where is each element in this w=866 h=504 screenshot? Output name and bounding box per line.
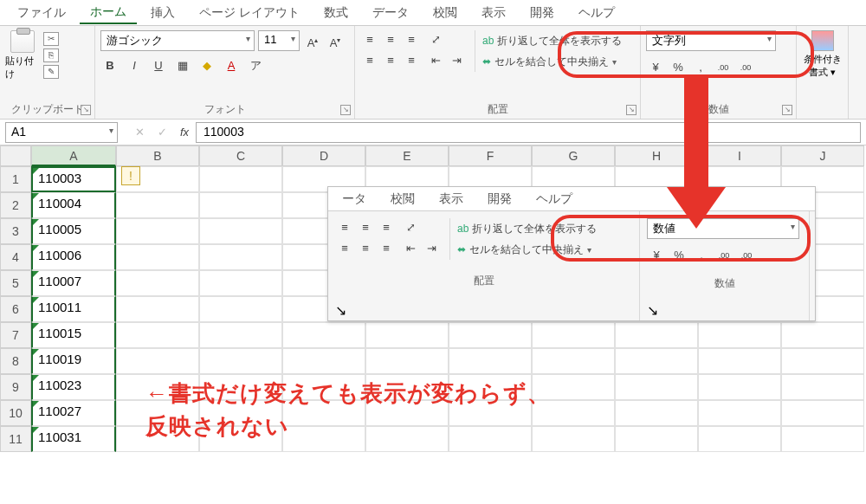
overlay-align-bottom[interactable]: ≡ [377,218,396,237]
cell-A6[interactable]: 110011 [31,296,116,322]
overlay-align-dialog[interactable]: ↘ [335,302,632,319]
tab-formulas[interactable]: 数式 [313,3,359,23]
overlay-inc-indent[interactable]: ⇥ [422,239,441,258]
overlay-number-dialog[interactable]: ↘ [647,302,802,319]
col-header-F[interactable]: F [449,145,532,166]
cell-A2[interactable]: 110004 [31,192,116,218]
cell-J9[interactable] [781,374,864,400]
cell-C1[interactable] [199,166,282,192]
border-button[interactable]: ▦ [173,56,192,75]
cell-B8[interactable] [116,348,199,374]
grow-font-button[interactable]: A▴ [303,31,322,50]
overlay-comma[interactable]: , [692,246,711,265]
col-header-C[interactable]: C [199,145,282,166]
percent-button[interactable]: % [669,58,688,77]
name-box[interactable]: A1 [5,122,118,143]
row-header-4[interactable]: 4 [0,244,31,270]
error-indicator-icon[interactable]: ! [121,166,140,185]
align-left-button[interactable]: ≡ [360,51,379,70]
row-header-3[interactable]: 3 [0,218,31,244]
cond-format-button[interactable]: 条件付き 書式 ▾ [804,53,842,79]
cell-H8[interactable] [615,348,698,374]
cell-H7[interactable] [615,322,698,348]
col-header-D[interactable]: D [282,145,365,166]
cell-A4[interactable]: 110006 [31,244,116,270]
cell-D7[interactable] [282,322,365,348]
cell-C6[interactable] [199,296,282,322]
overlay-inc-dec[interactable]: .00 [714,246,734,265]
enter-edit-button[interactable]: ✓ [151,126,173,139]
cell-A8[interactable]: 110019 [31,348,116,374]
cell-H10[interactable] [615,400,698,426]
cell-B3[interactable] [116,218,199,244]
align-bottom-button[interactable]: ≡ [402,30,421,49]
increase-decimal-button[interactable]: .00 [714,58,733,77]
align-top-button[interactable]: ≡ [360,30,379,49]
row-header-5[interactable]: 5 [0,270,31,296]
insert-function-button[interactable]: fx [173,126,196,139]
cell-I11[interactable] [698,426,781,452]
cell-A11[interactable]: 110031 [31,426,116,452]
overlay-tab-help[interactable]: ヘルプ [526,190,583,209]
font-name-select[interactable]: 游ゴシック [100,30,255,51]
overlay-merge-button[interactable]: ⬌ セルを結合して中央揃え ▾ [457,239,597,260]
tab-pagelayout[interactable]: ページ レイアウト [189,3,310,23]
tab-developer[interactable]: 開発 [520,3,565,23]
cell-C7[interactable] [199,322,282,348]
cell-I7[interactable] [698,322,781,348]
col-header-E[interactable]: E [365,145,449,166]
row-header-11[interactable]: 11 [0,426,31,452]
overlay-align-center[interactable]: ≡ [356,239,375,258]
font-size-select[interactable]: 11 [258,30,300,51]
font-color-button[interactable]: A [222,56,241,75]
row-header-8[interactable]: 8 [0,348,31,374]
decrease-decimal-button[interactable]: .00 [736,58,755,77]
overlay-wrap-button[interactable]: ab 折り返して全体を表示する [457,218,597,239]
overlay-align-right[interactable]: ≡ [377,239,396,258]
row-header-10[interactable]: 10 [0,400,31,426]
cell-H9[interactable] [615,374,698,400]
cell-I10[interactable] [698,400,781,426]
increase-indent-button[interactable]: ⇥ [447,51,466,70]
row-header-2[interactable]: 2 [0,192,31,218]
select-all-corner[interactable] [0,145,31,166]
overlay-orientation[interactable]: ⤢ [401,218,420,237]
copy-button[interactable]: ⎘ [43,48,59,62]
format-painter-button[interactable]: ✎ [43,65,59,79]
cell-J11[interactable] [781,426,864,452]
fill-color-button[interactable]: ◆ [197,56,216,75]
merge-center-button[interactable]: ⬌ セルを結合して中央揃え ▾ [482,51,622,72]
row-header-9[interactable]: 9 [0,374,31,400]
overlay-tab-developer[interactable]: 開発 [477,190,522,209]
overlay-tab-data[interactable]: ータ [332,190,377,209]
cell-A10[interactable]: 110027 [31,400,116,426]
col-header-J[interactable]: J [781,145,864,166]
cell-C2[interactable] [199,192,282,218]
decrease-indent-button[interactable]: ⇤ [426,51,445,70]
cut-button[interactable]: ✂ [43,32,59,46]
cell-B6[interactable] [116,296,199,322]
overlay-dec-dec[interactable]: .00 [737,246,756,265]
tab-data[interactable]: データ [362,3,419,23]
wrap-text-button[interactable]: ab 折り返して全体を表示する [482,30,622,51]
tab-home[interactable]: ホーム [80,2,137,24]
col-header-B[interactable]: B [116,145,199,166]
overlay-tab-view[interactable]: 表示 [429,190,474,209]
align-middle-button[interactable]: ≡ [381,30,400,49]
cell-F8[interactable] [449,348,532,374]
col-header-A[interactable]: A [31,145,116,166]
cell-F7[interactable] [449,322,532,348]
cell-B4[interactable] [116,244,199,270]
cell-C3[interactable] [199,218,282,244]
phonetic-button[interactable]: ア [246,56,265,75]
clipboard-dialog-launcher[interactable]: ↘ [81,105,91,115]
cell-C4[interactable] [199,244,282,270]
cell-B5[interactable] [116,270,199,296]
cell-A1[interactable]: 110003 [31,166,116,192]
align-center-button[interactable]: ≡ [381,51,400,70]
overlay-dec-indent[interactable]: ⇤ [401,239,420,258]
tab-view[interactable]: 表示 [471,3,516,23]
number-format-select[interactable]: 文字列 [646,30,776,51]
overlay-currency[interactable]: ¥ [647,246,666,265]
tab-help[interactable]: ヘルプ [568,3,625,23]
